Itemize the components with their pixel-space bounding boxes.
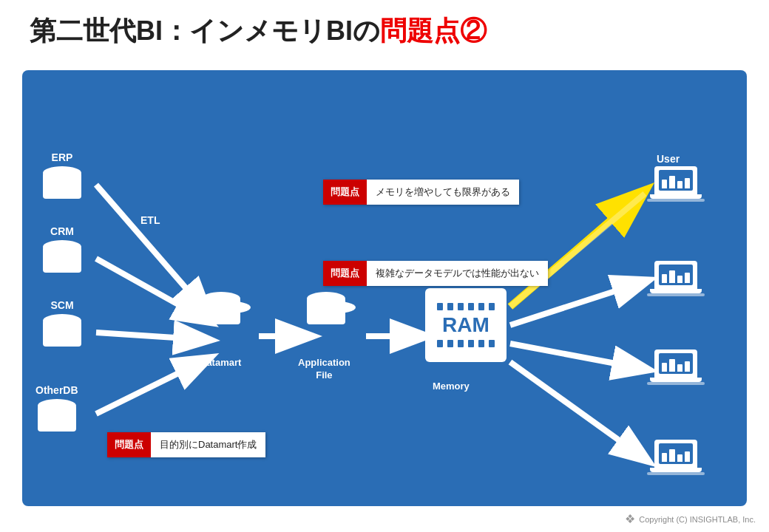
ram-chip: RAM (425, 288, 507, 362)
svg-line-6 (510, 192, 643, 307)
user2-laptop (647, 261, 705, 296)
appfile-label: ApplicationFile (298, 357, 350, 382)
crm-db: CRM (43, 222, 81, 273)
datamart-db (202, 292, 251, 333)
scm-label: SCM (50, 299, 73, 311)
otherdb-db: OtherDB (35, 381, 78, 432)
title-highlight: 問題点② (380, 16, 487, 46)
problem-text-2: 複雑なデータモデルでは性能が出ない (367, 261, 548, 286)
ram-label: RAM (442, 313, 489, 337)
etl-label: ETL (140, 214, 160, 226)
memory-label: Memory (433, 381, 470, 392)
problem-badge-label-1: 問題点 (323, 180, 367, 205)
ram-pins-bottom (437, 340, 495, 347)
svg-line-7 (510, 194, 645, 307)
problem-badge-label-3: 問題点 (107, 432, 151, 457)
otherdb-label: OtherDB (35, 384, 78, 396)
problem-text-1: メモリを増やしても限界がある (367, 180, 519, 205)
svg-line-8 (510, 281, 647, 325)
datamart-label: Datamart (200, 357, 241, 368)
copyright-area: ❖ Copyright (C) INSIGHTLAB, Inc. (625, 512, 756, 526)
problem-text-3: 目的別にDatamart作成 (151, 432, 265, 457)
appfile-db (307, 292, 356, 333)
title-prefix: 第二世代BI：インメモリBIの (30, 16, 380, 46)
user1-laptop (647, 166, 705, 202)
erp-label: ERP (52, 151, 73, 163)
problem-badge-2: 問題点 複雑なデータモデルでは性能が出ない (323, 261, 548, 286)
scm-db: SCM (43, 296, 81, 347)
user4-laptop (647, 440, 705, 475)
svg-line-9 (510, 344, 647, 369)
svg-line-1 (96, 259, 209, 321)
copyright-icon: ❖ (625, 512, 635, 526)
user3-laptop (647, 349, 705, 385)
svg-line-10 (510, 362, 647, 460)
svg-line-2 (96, 332, 209, 340)
page: 第二世代BI：インメモリBIの問題点② (0, 0, 769, 532)
diagram-area: ERP CRM SCM OtherDB ETL Datamart (22, 70, 747, 506)
page-title: 第二世代BI：インメモリBIの問題点② (30, 13, 487, 50)
problem-badge-1: 問題点 メモリを増やしても限界がある (323, 180, 519, 205)
problem-badge-label-2: 問題点 (323, 261, 367, 286)
svg-line-3 (96, 358, 209, 414)
ram-pins-top (437, 303, 495, 310)
user-label: User (657, 153, 680, 165)
erp-db: ERP (43, 148, 81, 199)
copyright-text: Copyright (C) INSIGHTLAB, Inc. (639, 515, 756, 524)
crm-label: CRM (50, 225, 74, 237)
svg-line-0 (96, 185, 209, 314)
problem-badge-3: 問題点 目的別にDatamart作成 (107, 432, 265, 457)
